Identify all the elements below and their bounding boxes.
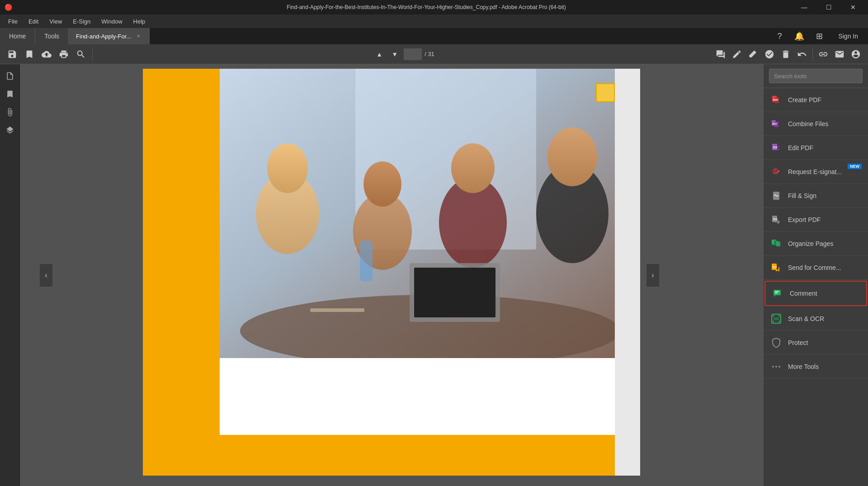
pdf-page [143,69,640,476]
undo-button[interactable] [794,47,810,62]
upload-button[interactable] [39,47,54,62]
combine-files-icon: PDF [770,118,783,130]
print-button[interactable] [56,47,71,62]
tab-close-button[interactable]: × [135,33,142,40]
prev-page-arrow[interactable]: ‹ [40,264,52,287]
meeting-photo [220,69,640,358]
svg-point-10 [547,127,597,186]
svg-rect-32 [774,290,781,295]
page-number-input[interactable]: 1 [404,48,422,60]
tool-item-request-esign[interactable]: Request E-signat...NEW [764,160,868,184]
tab-right-area: ? 🔔 ⊞ Sign In [769,28,868,44]
toolbar: ▲ ▼ 1 / 31 [0,44,868,64]
tool-item-organize-pages[interactable]: Organize Pages [764,232,868,256]
menu-help[interactable]: Help [129,16,150,27]
next-page-button[interactable]: ▼ [388,48,401,61]
tab-bar: Home Tools Find-and-Apply-For... × ? 🔔 ⊞… [0,28,868,44]
tool-item-edit-pdf[interactable]: PDFEdit PDF [764,136,868,160]
eraser-button[interactable] [745,47,761,62]
comment-tool-button[interactable] [713,47,728,62]
create-pdf-label: Create PDF [788,96,821,104]
pdf-yellow-bottom [220,435,640,476]
tool-item-scan-ocr[interactable]: Scan & OCR [764,307,868,331]
edit-pdf-label: Edit PDF [788,144,813,151]
pdf-highlight-box [596,83,615,102]
tools-search-input[interactable] [769,69,863,83]
create-pdf-icon: PDF [770,94,783,106]
main-area: ‹ [0,64,868,486]
toolbar-separator-2 [812,48,813,61]
organize-pages-label: Organize Pages [788,240,833,247]
export-pdf-label: Export PDF [788,216,821,223]
account-button[interactable] [848,47,863,62]
help-icon[interactable]: ? [773,30,786,42]
fill-sign-label: Fill & Sign [788,192,816,199]
minimize-button[interactable]: — [794,0,815,14]
apps-icon[interactable]: ⊞ [813,30,826,42]
search-button[interactable] [73,47,89,62]
highlight-button[interactable] [729,47,745,62]
comment-icon [772,287,784,300]
menu-bar: File Edit View E-Sign Window Help [0,14,868,28]
tools-search-area [764,64,868,88]
comment-label: Comment [790,290,817,297]
send-comment-label: Send for Comme... [788,264,841,271]
bookmark-button[interactable] [22,47,37,62]
svg-point-4 [267,143,308,193]
menu-esign[interactable]: E-Sign [68,16,95,27]
title-bar: 🔴 Find-and-Apply-For-the-Best-Institutes… [0,0,868,14]
app-icon: 🔴 [5,4,12,11]
window-title: Find-and-Apply-For-the-Best-Institutes-I… [59,4,794,10]
tool-item-create-pdf[interactable]: PDFCreate PDF [764,88,868,112]
tool-item-combine-files[interactable]: PDFCombine Files [764,112,868,136]
tool-item-fill-sign[interactable]: Fill & Sign [764,184,868,208]
svg-point-39 [775,366,777,368]
prev-page-button[interactable]: ▲ [373,48,386,61]
sidebar-bookmarks-icon[interactable] [2,86,18,102]
link-button[interactable] [816,47,831,62]
request-esign-label: Request E-signat... [788,168,842,175]
annotation-toolbar [713,47,863,62]
menu-window[interactable]: Window [97,16,127,27]
email-button[interactable] [832,47,847,62]
sidebar-pages-icon[interactable] [2,68,18,84]
pdf-viewer: ‹ [20,64,763,486]
pdf-right-margin [615,69,640,476]
tab-document[interactable]: Find-and-Apply-For... × [69,28,150,44]
sidebar-attachments-icon[interactable] [2,104,18,120]
tool-item-send-comment[interactable]: PDFSend for Comme... [764,256,868,280]
tool-item-comment[interactable]: Comment [764,281,867,306]
menu-file[interactable]: File [4,16,22,27]
edit-pdf-icon: PDF [770,142,783,154]
tool-item-protect[interactable]: Protect [764,331,868,355]
save-button[interactable] [5,47,20,62]
tool-item-more-tools[interactable]: More Tools [764,355,868,379]
svg-point-8 [451,143,495,193]
close-button[interactable]: ✕ [843,0,863,14]
notifications-icon[interactable]: 🔔 [793,30,806,42]
menu-view[interactable]: View [45,16,66,27]
stamp-button[interactable] [762,47,777,62]
sidebar-layers-icon[interactable] [2,122,18,138]
svg-text:PDF: PDF [773,218,778,221]
svg-text:PDF: PDF [773,146,778,149]
next-page-arrow[interactable]: › [646,264,659,287]
tab-tools[interactable]: Tools [35,28,69,44]
tab-tools-label: Tools [44,33,59,40]
tab-home-label: Home [9,33,26,40]
send-comment-icon: PDF [770,261,783,274]
tool-item-export-pdf[interactable]: PDFExport PDF [764,208,868,232]
svg-rect-29 [776,241,780,246]
delete-button[interactable] [778,47,793,62]
pdf-yellow-stripe [143,69,220,476]
pdf-main-image [220,69,640,358]
menu-edit[interactable]: Edit [24,16,43,27]
tab-home[interactable]: Home [0,28,35,44]
svg-text:PDF: PDF [773,99,778,101]
tab-document-label: Find-and-Apply-For... [76,33,131,40]
toolbar-center: ▲ ▼ 1 / 31 [96,48,711,61]
sign-in-button[interactable]: Sign In [833,31,863,42]
toolbar-separator-1 [92,48,93,61]
svg-text:PDF: PDF [773,123,777,125]
maximize-button[interactable]: ☐ [818,0,839,14]
